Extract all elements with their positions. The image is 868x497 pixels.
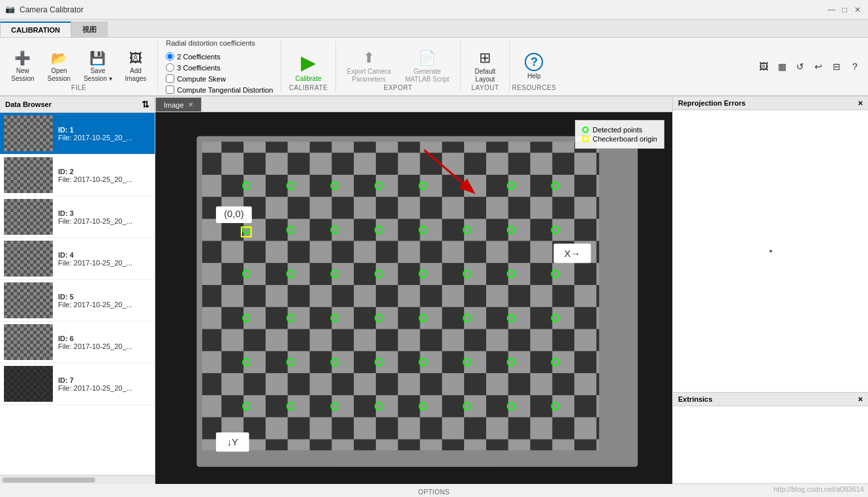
reprojection-close[interactable]: ✕ xyxy=(858,100,863,107)
sidebar-item-7[interactable]: ID: 7 File: 2017-10-25_20_... xyxy=(0,363,155,405)
image-tab-close[interactable]: ✕ xyxy=(188,101,193,108)
svg-text:X→: X→ xyxy=(565,248,581,259)
open-session-button[interactable]: 📂 Open Session xyxy=(42,47,77,86)
checkerboard-thumb-6 xyxy=(4,324,53,360)
checkerboard-svg: (0,0) X→ ↓Y xyxy=(155,112,672,484)
tangential-checkbox[interactable] xyxy=(166,85,174,94)
extrinsics-close[interactable]: ✕ xyxy=(858,396,863,403)
right-panel: Reprojection Errors ✕ Extrinsics ✕ xyxy=(672,97,868,484)
options-title: Radial distortion coefficients xyxy=(166,39,273,47)
watermark: http://blog.csdn.net/a083614 xyxy=(773,485,864,493)
legend-detected: Detected points xyxy=(582,126,657,134)
item-id-3: ID: 3 xyxy=(58,209,132,217)
sidebar-scrollbar[interactable] xyxy=(0,475,155,484)
detected-points-label: Detected points xyxy=(593,126,642,134)
coeff2-row: 2 Coefficients xyxy=(166,52,273,61)
image-tab[interactable]: Image ✕ xyxy=(155,97,202,112)
sidebar-item-4[interactable]: ID: 4 File: 2017-10-25_20_... xyxy=(0,238,155,280)
maximize-button[interactable]: □ xyxy=(839,5,850,15)
add-images-button[interactable]: 🖼 Add Images xyxy=(119,48,153,86)
skew-checkbox[interactable] xyxy=(166,74,174,83)
item-file-2: File: 2017-10-25_20_... xyxy=(58,175,132,183)
checkerboard-thumb-2 xyxy=(4,157,53,193)
export-camera-button[interactable]: ⬆ Export Camera Parameters xyxy=(341,46,397,87)
toolbar-extra-5[interactable]: ⊟ xyxy=(829,59,845,74)
item-file-6: File: 2017-10-25_20_... xyxy=(58,342,132,350)
default-layout-button[interactable]: ⊞ Default Layout xyxy=(469,46,501,87)
minimize-button[interactable]: — xyxy=(826,5,837,15)
tangential-row: Compute Tangential Distortion xyxy=(166,85,273,94)
item-id-2: ID: 2 xyxy=(58,168,132,175)
toolbar-options-group: Radial distortion coefficients 2 Coeffic… xyxy=(158,40,281,93)
extrinsics-content xyxy=(673,406,868,483)
sidebar: Data Browser ⇅ ID: 1 File: 2017-10-25_20… xyxy=(0,97,155,484)
item-info-2: ID: 2 File: 2017-10-25_20_... xyxy=(58,168,132,183)
item-info-6: ID: 6 File: 2017-10-25_20_... xyxy=(58,335,132,350)
coeff2-radio[interactable] xyxy=(166,52,174,61)
toolbar-file-group: ➕ New Session 📂 Open Session 💾 Save Sess… xyxy=(0,40,158,93)
item-file-4: File: 2017-10-25_20_... xyxy=(58,259,132,267)
thumbnail-7 xyxy=(4,366,53,402)
thumbnail-4 xyxy=(4,241,53,277)
checkerboard-thumb-5 xyxy=(4,282,53,318)
item-id-5: ID: 5 xyxy=(58,293,132,301)
sidebar-item-3[interactable]: ID: 3 File: 2017-10-25_20_... xyxy=(0,196,155,238)
toolbar-extra-1[interactable]: 🖼 xyxy=(756,59,771,74)
sidebar-item-2[interactable]: ID: 2 File: 2017-10-25_20_... xyxy=(0,155,155,196)
toolbar: ➕ New Session 📂 Open Session 💾 Save Sess… xyxy=(0,38,868,97)
generate-script-icon: 📄 xyxy=(418,50,436,67)
resources-group-label: RESOURCES xyxy=(512,84,556,91)
reprojection-label: Reprojection Errors xyxy=(678,99,745,107)
extrinsics-section: Extrinsics ✕ xyxy=(673,393,868,484)
save-session-button[interactable]: 💾 Save Session ▾ xyxy=(78,47,117,86)
tab-calibration[interactable]: CALIBRATION xyxy=(0,22,71,37)
extrinsics-label: Extrinsics xyxy=(678,395,713,403)
sidebar-list[interactable]: ID: 1 File: 2017-10-25_20_... ID: 2 File… xyxy=(0,113,155,475)
save-session-icon: 💾 xyxy=(89,50,106,66)
new-session-button[interactable]: ➕ New Session xyxy=(5,47,40,86)
coeff3-label: 3 Coefficients xyxy=(177,64,220,72)
calibrate-button[interactable]: ▶ Calibrate xyxy=(289,48,327,86)
image-tab-label: Image xyxy=(164,101,184,109)
toolbar-extra-3[interactable]: ↺ xyxy=(792,59,808,74)
export-camera-icon: ⬆ xyxy=(363,50,375,67)
main-area: Data Browser ⇅ ID: 1 File: 2017-10-25_20… xyxy=(0,97,868,484)
item-info-7: ID: 7 File: 2017-10-25_20_... xyxy=(58,376,132,392)
sidebar-title: Data Browser xyxy=(5,100,52,108)
coeff3-radio[interactable] xyxy=(166,63,174,72)
toolbar-resources-group: ? Help RESOURCES xyxy=(510,40,558,93)
generate-script-button[interactable]: 📄 Generate MATLAB Script xyxy=(399,46,456,87)
generate-script-label: Generate MATLAB Script xyxy=(405,68,450,83)
toolbar-extra-6[interactable]: ? xyxy=(847,59,863,74)
item-file-5: File: 2017-10-25_20_... xyxy=(58,301,132,309)
toolbar-extra-2[interactable]: ▦ xyxy=(774,59,790,74)
options-group-label: OPTIONS xyxy=(418,489,450,496)
checkerboard-thumb-4 xyxy=(4,241,53,277)
close-button[interactable]: ✕ xyxy=(852,5,863,15)
sidebar-item-5[interactable]: ID: 5 File: 2017-10-25_20_... xyxy=(0,280,155,322)
sidebar-item-6[interactable]: ID: 6 File: 2017-10-25_20_... xyxy=(0,322,155,363)
reprojection-chart xyxy=(673,110,868,392)
sidebar-item-1[interactable]: ID: 1 File: 2017-10-25_20_... xyxy=(0,113,155,155)
chart-dot xyxy=(769,250,772,252)
help-button[interactable]: ? Help xyxy=(518,50,550,83)
thumbnail-6 xyxy=(4,324,53,360)
item-id-4: ID: 4 xyxy=(58,251,132,259)
item-id-6: ID: 6 xyxy=(58,335,132,342)
svg-rect-5 xyxy=(202,142,599,450)
reprojection-section: Reprojection Errors ✕ xyxy=(673,97,868,393)
help-label: Help xyxy=(527,72,541,80)
thumbnail-3 xyxy=(4,199,53,235)
toolbar-extra-4[interactable]: ↩ xyxy=(811,59,826,74)
export-camera-label: Export Camera Parameters xyxy=(347,68,391,83)
thumbnail-2 xyxy=(4,157,53,193)
add-images-icon: 🖼 xyxy=(129,51,142,66)
image-legend: Detected points Checkerboard origin xyxy=(575,120,664,149)
sidebar-body: ID: 1 File: 2017-10-25_20_... ID: 2 File… xyxy=(0,113,155,475)
reprojection-content xyxy=(673,110,868,392)
item-info-1: ID: 1 File: 2017-10-25_20_... xyxy=(58,126,132,142)
skew-label: Compute Skew xyxy=(177,75,226,83)
tab-view[interactable]: 视图 xyxy=(71,22,108,37)
default-layout-icon: ⊞ xyxy=(479,50,491,67)
sidebar-header: Data Browser ⇅ xyxy=(0,97,155,113)
